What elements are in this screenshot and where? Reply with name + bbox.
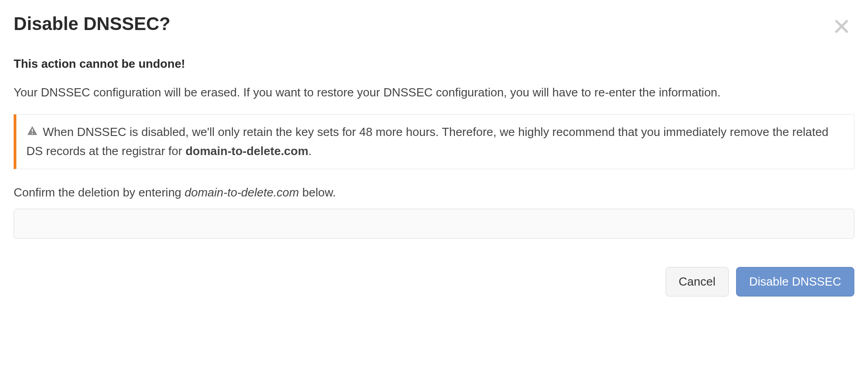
close-icon xyxy=(833,17,851,35)
svg-rect-3 xyxy=(32,133,33,134)
warning-heading: This action cannot be undone! xyxy=(14,57,854,71)
notice-domain: domain-to-delete.com xyxy=(186,144,308,158)
confirm-suffix: below. xyxy=(299,186,336,199)
disable-dnssec-button[interactable]: Disable DNSSEC xyxy=(736,267,854,297)
notice-text-before: When DNSSEC is disabled, we'll only reta… xyxy=(26,125,828,158)
disable-dnssec-dialog: Disable DNSSEC? This action cannot be un… xyxy=(14,14,854,297)
dialog-title: Disable DNSSEC? xyxy=(14,14,171,34)
svg-rect-2 xyxy=(32,129,33,132)
dialog-description: Your DNSSEC configuration will be erased… xyxy=(14,84,854,101)
notice-text-after: . xyxy=(308,144,312,158)
dialog-buttons: Cancel Disable DNSSEC xyxy=(14,267,854,297)
cancel-button[interactable]: Cancel xyxy=(666,267,729,297)
dialog-header: Disable DNSSEC? xyxy=(14,14,854,57)
confirm-domain-input[interactable] xyxy=(14,209,854,239)
close-button[interactable] xyxy=(829,14,854,39)
confirm-prompt: Confirm the deletion by entering domain-… xyxy=(14,186,854,200)
notice-box: When DNSSEC is disabled, we'll only reta… xyxy=(14,114,854,169)
confirm-prefix: Confirm the deletion by entering xyxy=(14,186,185,199)
confirm-domain: domain-to-delete.com xyxy=(185,186,299,199)
warning-icon xyxy=(26,124,38,142)
